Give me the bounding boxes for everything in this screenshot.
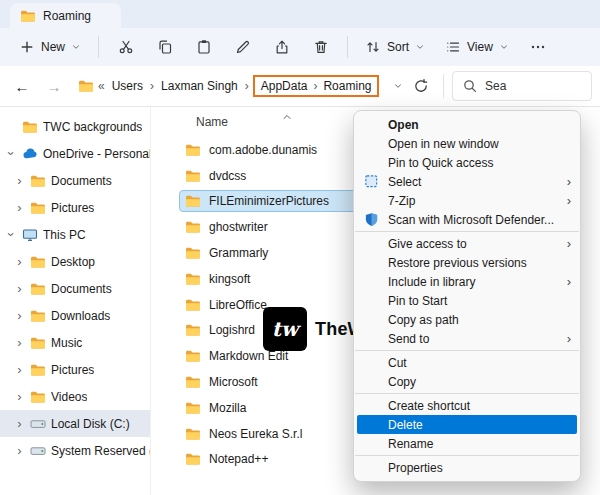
folder-icon: [30, 335, 46, 351]
navigation-pane: TWC backgrounds › OneDrive - Personal › …: [0, 107, 151, 495]
menu-item-properties[interactable]: Properties: [354, 458, 580, 477]
crumb-overflow-chevron[interactable]: «: [96, 79, 107, 93]
menu-item-copy-as-path[interactable]: Copy as path: [354, 310, 580, 329]
chevron-right-icon[interactable]: ›: [14, 336, 25, 349]
menu-item-scan-with-defender[interactable]: Scan with Microsoft Defender...: [354, 210, 580, 229]
file-explorer-window: Roaming New Sort View ← →: [0, 0, 600, 495]
submenu-arrow-icon: ›: [567, 194, 571, 207]
sidebar-item-downloads[interactable]: › Downloads: [0, 302, 150, 329]
new-button[interactable]: New: [10, 34, 90, 60]
context-menu: Open Open in new window Pin to Quick acc…: [353, 110, 581, 482]
drive-icon: [30, 443, 46, 459]
crumb-users[interactable]: Users: [109, 77, 146, 95]
menu-separator: [355, 350, 579, 351]
chevron-down-icon: [499, 42, 509, 52]
rename-button[interactable]: [224, 33, 261, 61]
sort-button[interactable]: Sort: [356, 34, 434, 60]
menu-item-rename[interactable]: Rename: [354, 434, 580, 453]
menu-separator: [355, 231, 579, 232]
chevron-right-icon[interactable]: ›: [14, 417, 25, 430]
chevron-right-icon[interactable]: ›: [14, 201, 25, 214]
view-button-label: View: [467, 40, 493, 54]
search-icon: [462, 78, 478, 94]
sidebar-item-desktop[interactable]: › Desktop: [0, 248, 150, 275]
menu-item-copy[interactable]: Copy: [354, 372, 580, 391]
menu-item-cut[interactable]: Cut: [354, 353, 580, 372]
chevron-down-icon[interactable]: ›: [5, 229, 18, 240]
chevron-down-icon[interactable]: ›: [5, 148, 18, 159]
onedrive-cloud-icon: [22, 146, 38, 162]
crumb-roaming[interactable]: Roaming: [320, 77, 374, 95]
submenu-arrow-icon: ›: [567, 175, 571, 188]
crumb-laxman-singh[interactable]: Laxman Singh: [158, 77, 241, 95]
menu-item-restore-previous-versions[interactable]: Restore previous versions: [354, 253, 580, 272]
view-button[interactable]: View: [436, 34, 518, 60]
breadcrumb[interactable]: « Users › Laxman Singh › AppData › Roami…: [72, 71, 389, 101]
tab-title: Roaming: [43, 9, 91, 23]
sidebar-item-documents[interactable]: › Documents: [0, 275, 150, 302]
copy-button[interactable]: [146, 33, 183, 61]
sidebar-item-onedrive-pictures[interactable]: › Pictures: [0, 194, 150, 221]
address-dropdown-chevron-icon[interactable]: [393, 81, 403, 91]
sidebar-item-this-pc[interactable]: › This PC: [0, 221, 150, 248]
menu-item-open-in-new-window[interactable]: Open in new window: [354, 134, 580, 153]
menu-item-delete[interactable]: Delete: [357, 415, 577, 434]
crumb-separator: ›: [148, 79, 156, 93]
chevron-right-icon[interactable]: ›: [14, 282, 25, 295]
share-icon: [274, 39, 290, 55]
folder-icon: [185, 322, 201, 338]
menu-item-open[interactable]: Open: [354, 115, 580, 134]
crumb-separator: ›: [243, 79, 251, 93]
menu-item-pin-to-start[interactable]: Pin to Start: [354, 291, 580, 310]
submenu-arrow-icon: ›: [567, 275, 571, 288]
paste-button[interactable]: [185, 33, 222, 61]
sidebar-item-system-reserved-d[interactable]: › System Reserved (D:): [0, 437, 150, 464]
sidebar-item-videos[interactable]: › Videos: [0, 383, 150, 410]
forward-button[interactable]: →: [40, 72, 68, 100]
chevron-right-icon[interactable]: ›: [14, 255, 25, 268]
chevron-down-icon: [415, 42, 425, 52]
sidebar-item-pictures[interactable]: › Pictures: [0, 356, 150, 383]
chevron-right-icon[interactable]: ›: [14, 309, 25, 322]
folder-icon: [30, 389, 46, 405]
chevron-right-icon[interactable]: ›: [14, 363, 25, 376]
menu-item-include-in-library[interactable]: Include in library ›: [354, 272, 580, 291]
view-icon: [445, 39, 461, 55]
menu-item-give-access-to[interactable]: Give access to ›: [354, 234, 580, 253]
menu-item-pin-to-quick-access[interactable]: Pin to Quick access: [354, 153, 580, 172]
menu-separator: [355, 455, 579, 456]
menu-item-select[interactable]: Select ›: [354, 172, 580, 191]
drive-icon: [30, 416, 46, 432]
refresh-button[interactable]: [407, 72, 435, 100]
crumb-appdata[interactable]: AppData: [258, 77, 311, 95]
search-input[interactable]: Sea: [452, 71, 592, 101]
select-icon: [364, 174, 379, 189]
rename-icon: [235, 39, 251, 55]
thewindowsclub-logo-icon: tw: [263, 307, 307, 351]
address-search-divider: [443, 74, 444, 98]
sidebar-item-music[interactable]: › Music: [0, 329, 150, 356]
menu-item-create-shortcut[interactable]: Create shortcut: [354, 396, 580, 415]
sort-ascending-icon: [281, 111, 293, 123]
folder-icon: [30, 173, 46, 189]
delete-button[interactable]: [302, 33, 339, 61]
chevron-right-icon[interactable]: ›: [14, 390, 25, 403]
cut-button[interactable]: [107, 33, 144, 61]
sidebar-item-twc-backgrounds[interactable]: TWC backgrounds: [0, 113, 150, 140]
more-options-button[interactable]: [520, 33, 557, 61]
back-button[interactable]: ←: [8, 72, 36, 100]
sidebar-item-onedrive[interactable]: › OneDrive - Personal: [0, 140, 150, 167]
search-text: Sea: [485, 79, 506, 93]
share-button[interactable]: [263, 33, 300, 61]
explorer-tab[interactable]: Roaming: [10, 3, 121, 28]
menu-item-7zip[interactable]: 7-Zip ›: [354, 191, 580, 210]
chevron-right-icon[interactable]: ›: [14, 174, 25, 187]
folder-icon: [22, 119, 38, 135]
sidebar-item-onedrive-documents[interactable]: › Documents: [0, 167, 150, 194]
menu-item-send-to[interactable]: Send to ›: [354, 329, 580, 348]
forward-icon: →: [47, 78, 62, 95]
folder-icon: [30, 362, 46, 378]
sidebar-item-local-disk-c[interactable]: › Local Disk (C:): [0, 410, 150, 437]
chevron-right-icon[interactable]: ›: [14, 444, 25, 457]
titlebar: Roaming: [0, 0, 600, 28]
